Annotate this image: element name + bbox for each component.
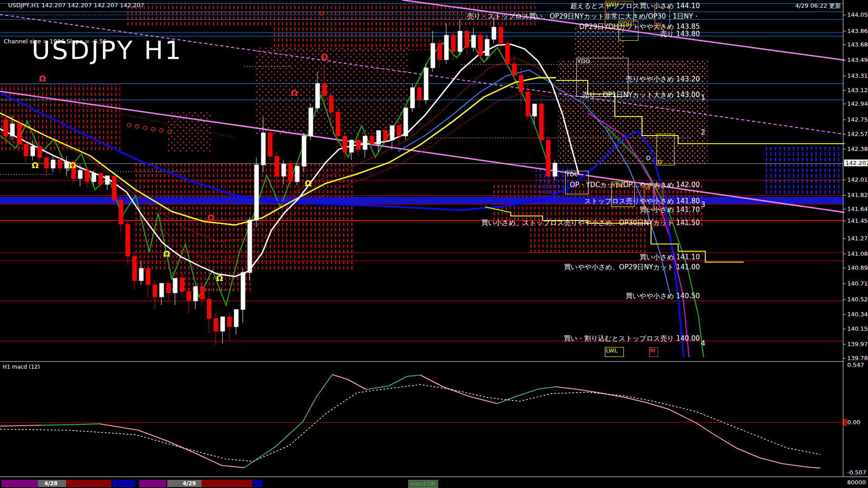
session-segment bbox=[202, 480, 252, 487]
annotation-line: 買い・割り込むとストップロス売り 140.00 bbox=[564, 334, 700, 343]
candle-body bbox=[336, 112, 340, 136]
macd-indicator-label: H1 macd (12) bbox=[3, 364, 40, 370]
candle-body bbox=[139, 268, 143, 281]
candle-body bbox=[458, 31, 462, 52]
chart-line bbox=[0, 91, 844, 212]
candle-body bbox=[119, 200, 123, 224]
candle-body bbox=[533, 104, 537, 116]
symbol-info: USDJPY,H1 142.207 142.207 142.207 142.20… bbox=[8, 2, 144, 9]
candle-body bbox=[465, 31, 469, 47]
candle-body bbox=[112, 176, 116, 200]
support-band bbox=[0, 197, 843, 204]
candle-body bbox=[322, 84, 326, 96]
tag-w: W bbox=[655, 7, 670, 28]
price-tick: 140.155 bbox=[847, 325, 868, 332]
indicator-current-marker bbox=[844, 419, 847, 426]
candle-body bbox=[160, 283, 164, 297]
candle-body bbox=[417, 88, 421, 100]
candle-body bbox=[10, 124, 14, 136]
candle-body bbox=[492, 27, 496, 39]
candle-body bbox=[410, 88, 415, 108]
price-tick: 143.680 bbox=[847, 41, 868, 48]
candle-body bbox=[526, 92, 530, 116]
cloud-area bbox=[574, 27, 624, 59]
tag-ydc: YDC bbox=[565, 171, 589, 194]
price-tick: 144.055 bbox=[847, 11, 868, 18]
price-tick: 141.085 bbox=[847, 250, 868, 257]
price-tick: 142.755 bbox=[847, 116, 868, 123]
candle-body bbox=[153, 285, 157, 297]
candle-body bbox=[390, 126, 394, 140]
candle-body bbox=[438, 43, 442, 60]
candle-body bbox=[282, 164, 286, 176]
candle-body bbox=[444, 35, 448, 60]
candle-body bbox=[343, 136, 347, 152]
session-segment bbox=[1, 480, 38, 487]
candle-body bbox=[92, 174, 96, 182]
price-tick: 141.640 bbox=[847, 206, 868, 212]
candle-body bbox=[65, 162, 69, 168]
candle-body bbox=[234, 310, 238, 327]
candle-body bbox=[512, 64, 516, 75]
candle-body bbox=[31, 146, 35, 156]
chart-line bbox=[332, 375, 366, 389]
chart-line bbox=[420, 375, 497, 404]
session-segment bbox=[253, 480, 262, 487]
price-tick: 143.495 bbox=[847, 56, 868, 63]
sequence-number: 1 bbox=[701, 93, 705, 102]
indicator-tick: 80000 bbox=[847, 479, 866, 486]
tag-lwl: LWL bbox=[605, 347, 624, 357]
price-tick: 143.310 bbox=[847, 72, 868, 79]
candle-body bbox=[261, 133, 265, 165]
candle-body bbox=[268, 133, 272, 156]
circle-signal-icon bbox=[127, 123, 131, 127]
price-tick: 139.970 bbox=[847, 341, 868, 347]
tag-ydl: YDL bbox=[611, 182, 635, 207]
price-tick: 142.380 bbox=[847, 145, 868, 152]
candle-body bbox=[187, 291, 191, 301]
candle-body bbox=[519, 75, 523, 92]
candle-body bbox=[85, 170, 89, 182]
chart-line bbox=[99, 424, 244, 468]
candle-body bbox=[356, 140, 360, 150]
price-tick: 142.940 bbox=[847, 100, 868, 107]
candle-body bbox=[363, 136, 367, 150]
chart-line bbox=[0, 425, 41, 426]
candle-body bbox=[553, 163, 557, 176]
omega-signal-icon: Ω bbox=[69, 160, 76, 170]
chart-canvas: ΩΩΩΩΩΩΩΩΩ bbox=[0, 0, 868, 488]
candle-body bbox=[44, 158, 48, 168]
omega-signal-icon: Ω bbox=[208, 213, 214, 222]
date-label: 4/28 bbox=[44, 480, 57, 487]
omega-signal-icon: Ω bbox=[291, 88, 297, 98]
candle-body bbox=[227, 317, 231, 327]
price-tick: 140.340 bbox=[847, 311, 868, 318]
circle-signal-icon bbox=[160, 129, 163, 132]
chart-watermark-title: USDJPY H1 bbox=[32, 35, 183, 65]
tag-w: W bbox=[644, 184, 654, 210]
candle-body bbox=[146, 268, 150, 285]
macd-toggle-button[interactable]: macd ON bbox=[408, 480, 438, 488]
annotation-line: OP・YDCカット/OP…やや大きめ 142.00 bbox=[570, 181, 700, 189]
price-tick: 141.270 bbox=[847, 235, 868, 242]
candle-body bbox=[424, 68, 428, 100]
candle-body bbox=[451, 35, 455, 52]
price-tick: 142.010 bbox=[847, 176, 868, 183]
candle-body bbox=[316, 84, 320, 108]
annotation-line: 買いやや小さめ、OP29日NYカット 141.00 bbox=[564, 263, 700, 272]
candle-body bbox=[539, 104, 543, 140]
omega-signal-icon: Ω bbox=[216, 273, 223, 283]
trading-chart-window: ΩΩΩΩΩΩΩΩΩ USDJPY,H1 142.207 142.207 142.… bbox=[0, 0, 868, 488]
price-tick: 141.825 bbox=[847, 192, 868, 198]
omega-signal-icon: Ω bbox=[321, 52, 328, 61]
tag-d: D bbox=[654, 184, 663, 210]
circle-signal-icon bbox=[143, 126, 147, 130]
candle-body bbox=[126, 224, 130, 256]
cloud-area bbox=[764, 145, 843, 195]
annotation-line: 超えるとストップロス買い小さめ 144.10 bbox=[571, 2, 700, 10]
candle-body bbox=[397, 126, 401, 136]
candle-body bbox=[173, 278, 177, 293]
annotation-line: 売り 143.80 bbox=[660, 30, 700, 38]
tag-m: M bbox=[649, 347, 658, 357]
candle-body bbox=[275, 156, 279, 176]
